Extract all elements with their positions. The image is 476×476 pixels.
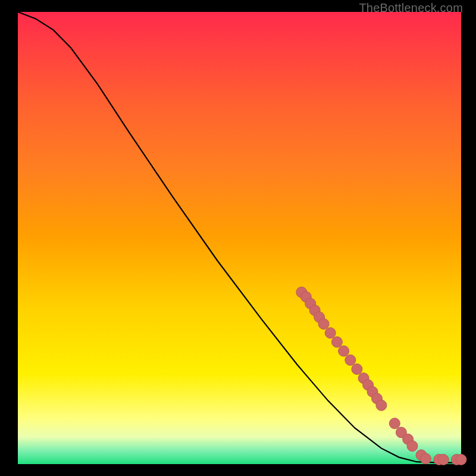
data-marker <box>318 318 329 329</box>
data-marker <box>456 454 466 465</box>
plot-area <box>18 12 461 464</box>
data-marker <box>325 328 336 339</box>
data-marker <box>331 337 342 347</box>
data-marker <box>389 418 400 429</box>
bottleneck-curve <box>18 12 461 463</box>
data-marker <box>438 454 449 465</box>
data-marker <box>339 346 349 356</box>
data-marker <box>420 453 431 464</box>
data-marker <box>352 364 362 374</box>
chart-frame: TheBottleneck.com <box>0 0 476 476</box>
data-marker <box>407 441 418 452</box>
data-markers <box>296 287 466 465</box>
data-marker <box>345 355 356 365</box>
chart-svg <box>18 12 461 464</box>
data-marker <box>376 400 387 411</box>
